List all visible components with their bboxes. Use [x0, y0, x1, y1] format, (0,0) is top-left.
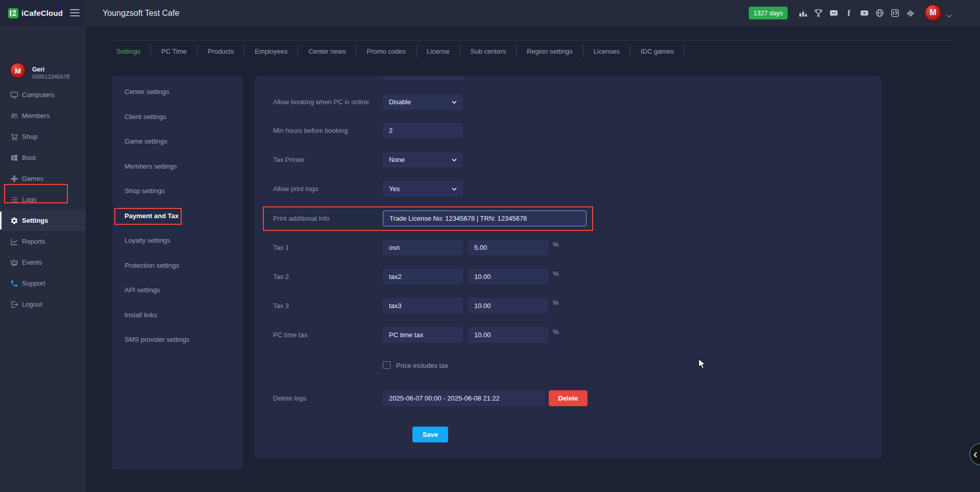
row-tax-3: Tax 3 % [255, 298, 881, 314]
settings-nav-panel: Center settings Client settings Game set… [112, 76, 242, 470]
tab-licenses[interactable]: Licenses [583, 44, 630, 59]
floating-collapse-button[interactable]: ‹ [969, 443, 980, 465]
percent-sign: % [553, 266, 559, 282]
user-phone: 008612345678 [32, 74, 69, 80]
users-icon [10, 112, 18, 120]
row-tax-2: Tax 2 % [255, 269, 881, 285]
chevron-down-icon [452, 188, 457, 191]
icafecloud-logo-icon [8, 8, 19, 19]
tab-license[interactable]: License [416, 44, 460, 59]
chart-icon [10, 238, 18, 246]
min-hours-input[interactable] [383, 123, 463, 138]
allow-print-logo-select[interactable]: Yes [383, 181, 463, 197]
tax3-percent-input[interactable] [468, 298, 549, 314]
sidebar-item-members[interactable]: Members [0, 105, 86, 126]
header-icons: f [798, 0, 915, 26]
settings-nav-protection-settings[interactable]: Protection settings [125, 261, 179, 270]
chevron-down-icon[interactable] [946, 11, 952, 20]
allow-booking-select[interactable]: Disable [383, 94, 463, 110]
save-button[interactable]: Save [412, 427, 448, 442]
gear-icon [10, 217, 18, 225]
sidebar-user: M Geri 008612345678 [0, 57, 86, 84]
hamburger-menu-icon[interactable] [70, 9, 80, 16]
chevron-left-icon: ‹ [973, 448, 977, 460]
windows-icon [10, 154, 18, 162]
tab-settings[interactable]: Settings [112, 44, 151, 59]
settings-nav-shop-settings[interactable]: Shop settings [125, 186, 165, 196]
trophy-icon[interactable] [814, 9, 823, 18]
sidebar-item-shop[interactable]: Shop [0, 126, 86, 147]
sidebar-item-boot[interactable]: Boot [0, 147, 86, 168]
pc-time-tax-name-input[interactable] [383, 327, 463, 343]
sidebar-item-support[interactable]: Support [0, 273, 86, 294]
sidebar-menu: Computers Members Shop Boot Games Logs [0, 84, 86, 315]
tax-printer-select[interactable]: None [383, 152, 463, 168]
tax1-name-input[interactable] [383, 240, 463, 255]
gamepad-icon [10, 175, 18, 183]
tab-products[interactable]: Products [198, 44, 244, 59]
sidebar-item-logs[interactable]: Logs [0, 189, 86, 210]
row-print-additional-info: Print additional info [255, 210, 881, 226]
settings-nav-api-settings[interactable]: API settings [125, 286, 160, 295]
print-additional-info-input[interactable] [383, 210, 586, 226]
row-allow-print-logo: Allow print logo Yes [255, 181, 881, 197]
mouse-cursor [698, 359, 706, 369]
tab-employees[interactable]: Employees [244, 44, 298, 59]
icafecloud-icon[interactable] [890, 9, 899, 18]
row-tax-printer: Tax Printer None [255, 152, 881, 168]
discord-icon[interactable] [829, 9, 838, 18]
days-badge[interactable]: 1327 days [749, 7, 788, 19]
settings-nav-game-settings[interactable]: Game settings [125, 137, 167, 146]
ranking-icon[interactable] [798, 9, 807, 18]
brand-name: iCafeCloud [21, 9, 63, 17]
list-icon [10, 196, 18, 204]
chevron-down-icon [452, 158, 457, 161]
phone-icon [10, 279, 18, 288]
settings-nav-center-settings[interactable]: Center settings [125, 87, 169, 97]
tax2-name-input[interactable] [383, 269, 463, 285]
percent-sign: % [553, 237, 559, 252]
logout-icon [10, 300, 18, 309]
settings-nav-members-settings[interactable]: Members settings [125, 162, 177, 171]
tab-promo-codes[interactable]: Promo codes [356, 44, 416, 59]
tab-sub-centers[interactable]: Sub centers [460, 44, 516, 59]
monitor-icon [10, 91, 18, 99]
globe-icon[interactable] [875, 9, 884, 18]
sidebar-item-events[interactable]: Events [0, 252, 86, 273]
app-window: iCafeCloud M Geri 008612345678 Computers… [0, 0, 980, 492]
facebook-icon[interactable]: f [844, 9, 853, 18]
sidebar-item-logout[interactable]: Logout [0, 294, 86, 315]
cutoff-input[interactable] [383, 76, 463, 81]
sidebar-item-computers[interactable]: Computers [0, 84, 86, 105]
settings-nav-install-links[interactable]: Install links [125, 311, 157, 320]
user-avatar[interactable]: M [10, 62, 26, 79]
payment-tax-form-panel: Allow booking when PC is online Disable … [255, 76, 881, 459]
brand-block: iCafeCloud [0, 0, 86, 26]
tab-idc-games[interactable]: IDC games [630, 44, 684, 59]
percent-sign: % [553, 324, 559, 340]
settings-nav-client-settings[interactable]: Client settings [125, 112, 166, 122]
sidebar-item-settings[interactable]: Settings [0, 210, 86, 231]
tab-pc-time[interactable]: PC Time [151, 44, 197, 59]
price-includes-tax-checkbox[interactable] [383, 361, 390, 369]
youtube-icon[interactable] [860, 9, 869, 18]
delete-button[interactable]: Delete [549, 390, 587, 406]
sidebar-item-reports[interactable]: Reports [0, 231, 86, 252]
delete-logs-range-input[interactable] [383, 390, 545, 406]
top-header: Youngzsoft Test Cafe 1327 days f M [86, 0, 980, 26]
header-avatar[interactable]: M [924, 4, 942, 21]
settings-nav-sms-provider-settings[interactable]: SMS provider settings [125, 335, 189, 344]
layers-icon[interactable] [905, 9, 915, 18]
settings-nav-loyalty-settings[interactable]: Loyalty settings [125, 236, 170, 245]
sidebar: M Geri 008612345678 Computers Members Sh… [0, 26, 86, 492]
tax3-name-input[interactable] [383, 298, 463, 314]
sidebar-item-games[interactable]: Games [0, 168, 86, 189]
settings-nav-payment-and-tax[interactable]: Payment and Tax [125, 212, 179, 221]
user-name: Geri [32, 66, 44, 73]
tax1-percent-input[interactable] [468, 240, 549, 255]
tab-region-settings[interactable]: Region settings [517, 44, 583, 59]
pc-time-tax-percent-input[interactable] [468, 327, 549, 343]
row-delete-logs: Delete logs Delete [255, 390, 881, 406]
tab-center-news[interactable]: Center news [298, 44, 356, 59]
tax2-percent-input[interactable] [468, 269, 549, 285]
